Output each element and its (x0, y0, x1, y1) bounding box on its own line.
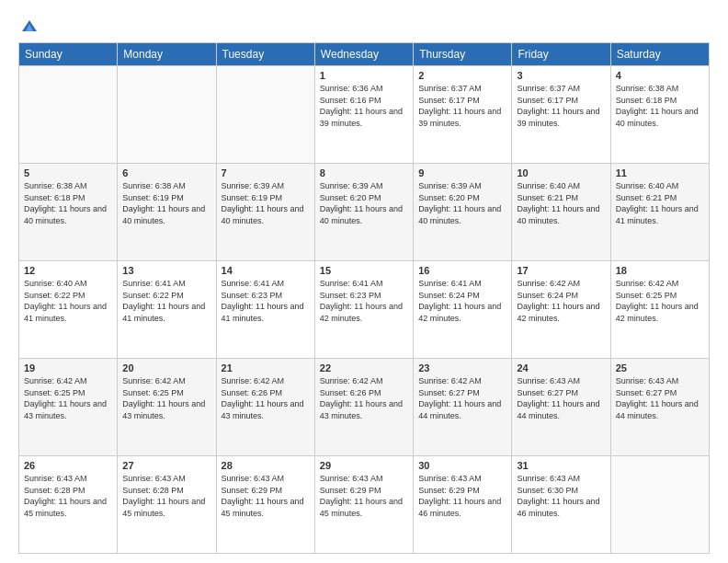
day-number: 11 (616, 167, 704, 178)
logo (18, 17, 39, 35)
day-number: 31 (517, 460, 605, 471)
day-info: Sunrise: 6:39 AM Sunset: 6:20 PM Dayligh… (320, 180, 408, 226)
calendar-cell: 9Sunrise: 6:39 AM Sunset: 6:20 PM Daylig… (414, 164, 512, 261)
day-number: 20 (122, 362, 210, 373)
day-info: Sunrise: 6:41 AM Sunset: 6:23 PM Dayligh… (320, 278, 408, 324)
calendar-cell (216, 66, 314, 164)
calendar-cell: 12Sunrise: 6:40 AM Sunset: 6:22 PM Dayli… (19, 261, 118, 359)
day-info: Sunrise: 6:39 AM Sunset: 6:20 PM Dayligh… (418, 180, 506, 226)
day-number: 6 (122, 167, 210, 178)
calendar-cell: 7Sunrise: 6:39 AM Sunset: 6:19 PM Daylig… (216, 164, 314, 261)
day-info: Sunrise: 6:43 AM Sunset: 6:28 PM Dayligh… (24, 473, 112, 519)
calendar-cell: 30Sunrise: 6:43 AM Sunset: 6:29 PM Dayli… (414, 456, 512, 554)
day-number: 15 (320, 265, 408, 276)
calendar-cell: 18Sunrise: 6:42 AM Sunset: 6:25 PM Dayli… (610, 261, 709, 359)
day-info: Sunrise: 6:40 AM Sunset: 6:22 PM Dayligh… (24, 278, 112, 324)
calendar-cell: 29Sunrise: 6:43 AM Sunset: 6:29 PM Dayli… (314, 456, 413, 554)
day-number: 1 (320, 70, 408, 81)
day-info: Sunrise: 6:38 AM Sunset: 6:18 PM Dayligh… (616, 83, 704, 129)
day-info: Sunrise: 6:42 AM Sunset: 6:25 PM Dayligh… (24, 375, 112, 421)
calendar-cell: 13Sunrise: 6:41 AM Sunset: 6:22 PM Dayli… (118, 261, 216, 359)
day-info: Sunrise: 6:43 AM Sunset: 6:30 PM Dayligh… (517, 473, 605, 519)
day-info: Sunrise: 6:43 AM Sunset: 6:27 PM Dayligh… (517, 375, 605, 421)
day-info: Sunrise: 6:37 AM Sunset: 6:17 PM Dayligh… (517, 83, 605, 129)
day-info: Sunrise: 6:36 AM Sunset: 6:16 PM Dayligh… (320, 83, 408, 129)
day-number: 13 (122, 265, 210, 276)
calendar-cell: 8Sunrise: 6:39 AM Sunset: 6:20 PM Daylig… (314, 164, 413, 261)
calendar-cell: 20Sunrise: 6:42 AM Sunset: 6:25 PM Dayli… (118, 359, 216, 456)
calendar-week-row: 5Sunrise: 6:38 AM Sunset: 6:18 PM Daylig… (19, 164, 710, 261)
day-number: 12 (24, 265, 112, 276)
day-info: Sunrise: 6:43 AM Sunset: 6:28 PM Dayligh… (122, 473, 210, 519)
page: Sunday Monday Tuesday Wednesday Thursday… (0, 0, 728, 563)
header-thursday: Thursday (414, 43, 512, 66)
calendar-cell: 14Sunrise: 6:41 AM Sunset: 6:23 PM Dayli… (216, 261, 314, 359)
logo-icon (20, 17, 39, 35)
day-info: Sunrise: 6:40 AM Sunset: 6:21 PM Dayligh… (616, 180, 704, 226)
day-number: 19 (24, 362, 112, 373)
calendar-cell: 31Sunrise: 6:43 AM Sunset: 6:30 PM Dayli… (512, 456, 610, 554)
calendar-cell: 11Sunrise: 6:40 AM Sunset: 6:21 PM Dayli… (610, 164, 709, 261)
calendar-cell: 17Sunrise: 6:42 AM Sunset: 6:24 PM Dayli… (512, 261, 610, 359)
day-number: 16 (418, 265, 506, 276)
header-tuesday: Tuesday (216, 43, 314, 66)
day-info: Sunrise: 6:38 AM Sunset: 6:19 PM Dayligh… (122, 180, 210, 226)
calendar-cell: 25Sunrise: 6:43 AM Sunset: 6:27 PM Dayli… (610, 359, 709, 456)
calendar-cell: 28Sunrise: 6:43 AM Sunset: 6:29 PM Dayli… (216, 456, 314, 554)
calendar-cell: 5Sunrise: 6:38 AM Sunset: 6:18 PM Daylig… (19, 164, 118, 261)
calendar-cell: 23Sunrise: 6:42 AM Sunset: 6:27 PM Dayli… (414, 359, 512, 456)
day-number: 26 (24, 460, 112, 471)
day-number: 9 (418, 167, 506, 178)
day-number: 24 (517, 362, 605, 373)
day-info: Sunrise: 6:43 AM Sunset: 6:29 PM Dayligh… (418, 473, 506, 519)
calendar-cell: 6Sunrise: 6:38 AM Sunset: 6:19 PM Daylig… (118, 164, 216, 261)
day-number: 25 (616, 362, 704, 373)
header-monday: Monday (118, 43, 216, 66)
day-number: 8 (320, 167, 408, 178)
calendar-cell: 4Sunrise: 6:38 AM Sunset: 6:18 PM Daylig… (610, 66, 709, 164)
day-number: 18 (616, 265, 704, 276)
day-info: Sunrise: 6:42 AM Sunset: 6:25 PM Dayligh… (122, 375, 210, 421)
day-number: 22 (320, 362, 408, 373)
calendar-week-row: 26Sunrise: 6:43 AM Sunset: 6:28 PM Dayli… (19, 456, 710, 554)
day-info: Sunrise: 6:41 AM Sunset: 6:22 PM Dayligh… (122, 278, 210, 324)
day-number: 7 (222, 167, 310, 178)
calendar-cell: 26Sunrise: 6:43 AM Sunset: 6:28 PM Dayli… (19, 456, 118, 554)
calendar-cell: 27Sunrise: 6:43 AM Sunset: 6:28 PM Dayli… (118, 456, 216, 554)
calendar-cell: 24Sunrise: 6:43 AM Sunset: 6:27 PM Dayli… (512, 359, 610, 456)
calendar-cell: 3Sunrise: 6:37 AM Sunset: 6:17 PM Daylig… (512, 66, 610, 164)
day-number: 17 (517, 265, 605, 276)
day-number: 30 (418, 460, 506, 471)
calendar-cell: 15Sunrise: 6:41 AM Sunset: 6:23 PM Dayli… (314, 261, 413, 359)
day-number: 21 (222, 362, 310, 373)
day-number: 14 (222, 265, 310, 276)
day-info: Sunrise: 6:38 AM Sunset: 6:18 PM Dayligh… (24, 180, 112, 226)
day-info: Sunrise: 6:39 AM Sunset: 6:19 PM Dayligh… (222, 180, 310, 226)
day-info: Sunrise: 6:40 AM Sunset: 6:21 PM Dayligh… (517, 180, 605, 226)
day-number: 27 (122, 460, 210, 471)
day-info: Sunrise: 6:43 AM Sunset: 6:27 PM Dayligh… (616, 375, 704, 421)
day-info: Sunrise: 6:41 AM Sunset: 6:23 PM Dayligh… (222, 278, 310, 324)
calendar-cell: 2Sunrise: 6:37 AM Sunset: 6:17 PM Daylig… (414, 66, 512, 164)
header (18, 17, 710, 35)
day-info: Sunrise: 6:42 AM Sunset: 6:27 PM Dayligh… (418, 375, 506, 421)
day-info: Sunrise: 6:43 AM Sunset: 6:29 PM Dayligh… (222, 473, 310, 519)
day-number: 28 (222, 460, 310, 471)
calendar-week-row: 12Sunrise: 6:40 AM Sunset: 6:22 PM Dayli… (19, 261, 710, 359)
day-info: Sunrise: 6:42 AM Sunset: 6:24 PM Dayligh… (517, 278, 605, 324)
day-info: Sunrise: 6:43 AM Sunset: 6:29 PM Dayligh… (320, 473, 408, 519)
day-number: 5 (24, 167, 112, 178)
day-number: 2 (418, 70, 506, 81)
header-wednesday: Wednesday (314, 43, 413, 66)
calendar-cell: 16Sunrise: 6:41 AM Sunset: 6:24 PM Dayli… (414, 261, 512, 359)
calendar-cell (118, 66, 216, 164)
calendar-cell: 1Sunrise: 6:36 AM Sunset: 6:16 PM Daylig… (314, 66, 413, 164)
day-number: 10 (517, 167, 605, 178)
calendar-week-row: 1Sunrise: 6:36 AM Sunset: 6:16 PM Daylig… (19, 66, 710, 164)
header-sunday: Sunday (19, 43, 118, 66)
day-info: Sunrise: 6:42 AM Sunset: 6:26 PM Dayligh… (320, 375, 408, 421)
calendar-cell: 21Sunrise: 6:42 AM Sunset: 6:26 PM Dayli… (216, 359, 314, 456)
day-info: Sunrise: 6:41 AM Sunset: 6:24 PM Dayligh… (418, 278, 506, 324)
calendar-cell (19, 66, 118, 164)
day-number: 3 (517, 70, 605, 81)
